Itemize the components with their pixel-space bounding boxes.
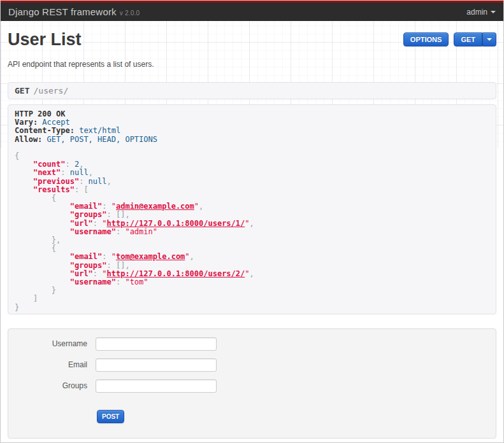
code-token: "email" (70, 252, 103, 261)
form-row: Groups (8, 379, 496, 393)
code-token: text/html (79, 126, 120, 135)
code-token: "next" (33, 168, 61, 177)
code-token: "username" (70, 227, 116, 236)
code-token: " (102, 219, 106, 228)
form-row: Username (8, 337, 496, 351)
code-token: : (102, 202, 111, 211)
code-token: " (245, 269, 249, 278)
code-token: , (107, 177, 112, 186)
code-token: : (65, 160, 74, 169)
code-token (15, 160, 33, 169)
user-dropdown[interactable]: admin (466, 8, 496, 17)
code-token: "previous" (33, 177, 79, 186)
code-token: : [ (75, 185, 89, 194)
code-token (15, 193, 52, 202)
request-info-bar: GET/users/ (8, 82, 496, 99)
code-token: ] (33, 294, 38, 303)
code-token: : [], (107, 261, 130, 270)
code-token: "username" (70, 278, 116, 286)
user-dropdown-label: admin (466, 8, 487, 17)
groups-input[interactable] (96, 379, 217, 393)
code-token: " (194, 202, 199, 211)
code-token: "count" (33, 160, 66, 169)
code-token (15, 185, 33, 194)
code-token: Accept (42, 118, 69, 127)
endpoint-description: API endpoint that represents a list of u… (8, 60, 496, 69)
code-token: : [], (107, 210, 130, 219)
code-token (15, 252, 70, 261)
post-button[interactable]: POST (97, 410, 124, 423)
code-token: : (93, 269, 102, 278)
code-token: : (116, 227, 125, 236)
code-token: "groups" (70, 210, 107, 219)
code-token: HTTP 200 OK (15, 109, 65, 118)
code-token: : (116, 278, 125, 286)
code-token (15, 202, 70, 211)
response-link[interactable]: http://127.0.0.1:8000/users/1/ (107, 219, 245, 228)
code-token: , (79, 160, 83, 169)
code-token: : (61, 168, 69, 177)
code-token: , (250, 219, 254, 228)
code-token (42, 135, 47, 144)
code-token: "groups" (70, 261, 107, 270)
code-token: { (15, 151, 19, 160)
code-token (15, 177, 33, 186)
code-token: "email" (70, 202, 103, 211)
code-token: { (52, 193, 56, 202)
code-token: : (102, 252, 111, 261)
username-label: Username (8, 337, 87, 351)
code-token (15, 286, 52, 295)
browsable-api-page: Django REST frameworkv 2.0.0 admin User … (0, 0, 504, 443)
response-link[interactable]: admin@example.com (116, 202, 194, 211)
code-token: Allow: (15, 135, 42, 144)
code-token (15, 168, 33, 177)
request-path: /users/ (33, 86, 68, 95)
code-token: null (70, 168, 89, 177)
post-form: UsernameEmailGroups POST (8, 337, 496, 423)
code-token: Content-Type: (15, 126, 75, 135)
code-token: " (245, 219, 249, 228)
action-buttons: OPTIONS GET (403, 32, 496, 46)
brand-title: Django REST framework (8, 6, 117, 17)
code-token: "tom" (125, 278, 148, 286)
code-token: } (15, 303, 19, 312)
code-token: "url" (70, 269, 93, 278)
code-token (15, 261, 70, 270)
code-token: " (102, 269, 106, 278)
form-row: Email (8, 358, 496, 372)
main-content: User List OPTIONS GET API endpoint that … (1, 30, 503, 439)
email-label: Email (8, 358, 87, 372)
caret-down-icon (491, 11, 496, 13)
response-body: HTTP 200 OK Vary: Accept Content-Type: t… (8, 104, 496, 314)
code-token: , (250, 269, 254, 278)
code-token: "url" (70, 219, 93, 228)
code-token (15, 278, 70, 286)
code-token (15, 236, 52, 244)
response-link[interactable]: tom@example.com (116, 252, 185, 261)
page-header-row: User List OPTIONS GET (8, 30, 496, 49)
code-token: } (52, 286, 56, 295)
code-token: }, (52, 236, 61, 244)
groups-label: Groups (8, 379, 87, 393)
request-method: GET (15, 86, 29, 95)
options-button[interactable]: OPTIONS (403, 32, 449, 46)
code-token: , (199, 202, 203, 211)
code-token (15, 219, 70, 228)
code-token: : (79, 177, 88, 186)
get-dropdown-toggle[interactable] (482, 32, 496, 46)
code-token: "results" (33, 185, 75, 194)
post-form-well: UsernameEmailGroups POST (8, 328, 496, 439)
code-token (15, 210, 70, 219)
caret-down-icon (487, 38, 492, 41)
username-input[interactable] (96, 337, 217, 351)
response-link[interactable]: http://127.0.0.1:8000/users/2/ (107, 269, 245, 278)
code-token: "admin" (125, 227, 157, 236)
code-token: { (52, 244, 56, 253)
code-token: " (112, 252, 116, 261)
code-token: null (89, 177, 107, 186)
navbar: Django REST frameworkv 2.0.0 admin (1, 1, 503, 21)
get-button[interactable]: GET (454, 32, 482, 46)
code-token (15, 244, 52, 253)
email-input[interactable] (96, 358, 217, 372)
code-token (15, 269, 70, 278)
